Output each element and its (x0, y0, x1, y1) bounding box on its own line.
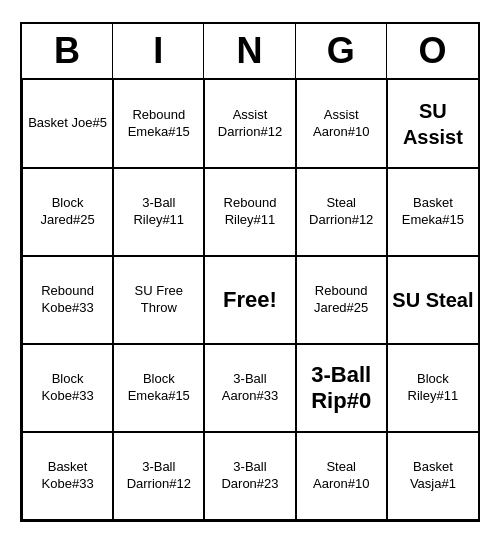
bingo-cell-r0-c3: Assist Aaron#10 (296, 80, 387, 168)
header-letter: I (113, 24, 204, 78)
header-letter: B (22, 24, 113, 78)
bingo-cell-r1-c2: Rebound Riley#11 (204, 168, 295, 256)
header-letter: O (387, 24, 478, 78)
bingo-cell-r4-c1: 3-Ball Darrion#12 (113, 432, 204, 520)
bingo-cell-r1-c1: 3-Ball Riley#11 (113, 168, 204, 256)
bingo-cell-r2-c1: SU Free Throw (113, 256, 204, 344)
bingo-cell-r4-c2: 3-Ball Daron#23 (204, 432, 295, 520)
bingo-header: BINGO (22, 24, 478, 80)
bingo-cell-r3-c4: Block Riley#11 (387, 344, 478, 432)
bingo-cell-r4-c0: Basket Kobe#33 (22, 432, 113, 520)
bingo-cell-r3-c0: Block Kobe#33 (22, 344, 113, 432)
bingo-cell-r4-c4: Basket Vasja#1 (387, 432, 478, 520)
bingo-cell-r1-c4: Basket Emeka#15 (387, 168, 478, 256)
bingo-cell-r2-c3: Rebound Jared#25 (296, 256, 387, 344)
bingo-cell-r2-c2: Free! (204, 256, 295, 344)
bingo-cell-r0-c2: Assist Darrion#12 (204, 80, 295, 168)
bingo-cell-r2-c4: SU Steal (387, 256, 478, 344)
header-letter: N (204, 24, 295, 78)
bingo-cell-r4-c3: Steal Aaron#10 (296, 432, 387, 520)
bingo-cell-r3-c1: Block Emeka#15 (113, 344, 204, 432)
bingo-cell-r0-c1: Rebound Emeka#15 (113, 80, 204, 168)
bingo-cell-r3-c3: 3-Ball Rip#0 (296, 344, 387, 432)
bingo-cell-r3-c2: 3-Ball Aaron#33 (204, 344, 295, 432)
bingo-grid: Basket Joe#5Rebound Emeka#15Assist Darri… (22, 80, 478, 520)
bingo-cell-r1-c0: Block Jared#25 (22, 168, 113, 256)
bingo-cell-r0-c4: SU Assist (387, 80, 478, 168)
bingo-cell-r1-c3: Steal Darrion#12 (296, 168, 387, 256)
bingo-card: BINGO Basket Joe#5Rebound Emeka#15Assist… (20, 22, 480, 522)
header-letter: G (296, 24, 387, 78)
bingo-cell-r2-c0: Rebound Kobe#33 (22, 256, 113, 344)
bingo-cell-r0-c0: Basket Joe#5 (22, 80, 113, 168)
